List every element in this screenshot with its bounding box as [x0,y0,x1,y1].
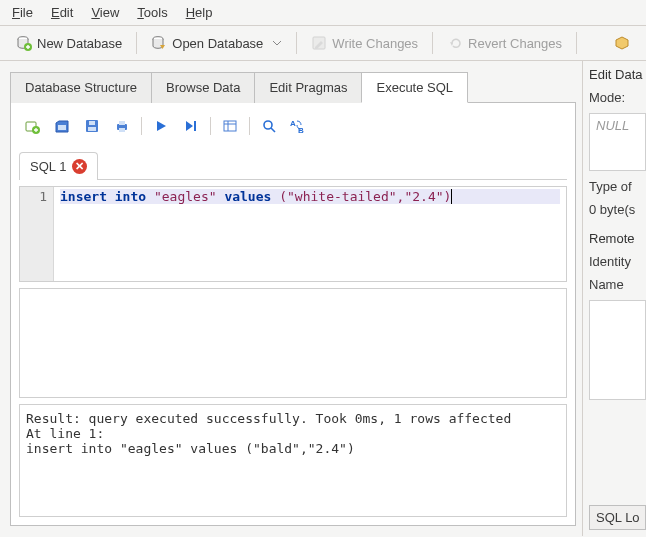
svg-rect-8 [88,127,96,131]
iconbar-separator [249,117,250,135]
svg-rect-13 [194,121,196,131]
size-label: 0 byte(s [589,202,646,217]
result-log[interactable]: Result: query executed successfully. Too… [19,404,567,517]
execute-all-button[interactable] [150,115,172,137]
type-label: Type of [589,179,646,194]
menu-view[interactable]: View [91,5,119,20]
svg-rect-11 [119,121,125,125]
close-tab-icon[interactable]: ✕ [72,159,87,174]
write-changes-icon [311,35,327,51]
cell-editor[interactable]: NULL [589,113,646,171]
tab-database-structure[interactable]: Database Structure [10,72,152,103]
execute-sql-panel: AB SQL 1 ✕ 1 insert into "eagles" values… [10,103,576,526]
open-sql-button[interactable] [51,115,73,137]
iconbar-separator [141,117,142,135]
cube-icon [614,35,630,51]
open-database-button[interactable]: Open Database [145,32,288,54]
toolbar-extra-button[interactable] [608,32,636,54]
new-database-button[interactable]: New Database [10,32,128,54]
sql-toolbar: AB [19,111,567,145]
toolbar-separator [296,32,297,54]
sql-tab-row: SQL 1 ✕ [19,151,567,180]
write-changes-button: Write Changes [305,32,424,54]
identity-list[interactable] [589,300,646,400]
dropdown-arrow-icon[interactable] [272,35,282,51]
left-pane: Database Structure Browse Data Edit Prag… [0,61,582,536]
sql-log-button[interactable]: SQL Lo [589,505,646,530]
results-grid[interactable] [19,288,567,398]
edit-cell-title: Edit Data [589,67,646,82]
print-button[interactable] [111,115,133,137]
menu-help[interactable]: Help [186,5,213,20]
new-tab-button[interactable] [21,115,43,137]
svg-point-15 [264,121,272,129]
name-label: Name [589,277,646,292]
menu-tools[interactable]: Tools [137,5,167,20]
open-database-label: Open Database [172,36,263,51]
editor-gutter: 1 [20,187,54,281]
toolbar-separator [136,32,137,54]
svg-rect-9 [89,121,95,125]
tab-execute-sql[interactable]: Execute SQL [361,72,468,103]
revert-changes-label: Revert Changes [468,36,562,51]
new-database-icon [16,35,32,51]
sql-editor[interactable]: 1 insert into "eagles" values ("white-ta… [19,186,567,282]
svg-text:A: A [290,119,296,128]
execute-line-button[interactable] [180,115,202,137]
open-database-icon [151,35,167,51]
revert-changes-button: Revert Changes [441,32,568,54]
write-changes-label: Write Changes [332,36,418,51]
menu-file[interactable]: Filedocument.currentScript.previousEleme… [12,5,33,20]
tab-edit-pragmas[interactable]: Edit Pragmas [254,72,362,103]
find-replace-button[interactable]: AB [288,115,310,137]
sql-tab-1[interactable]: SQL 1 ✕ [19,152,98,180]
remote-title: Remote [589,231,646,246]
main-tabs: Database Structure Browse Data Edit Prag… [10,71,576,103]
save-results-button[interactable] [219,115,241,137]
svg-rect-12 [119,128,125,132]
toolbar-separator [432,32,433,54]
toolbar-separator [576,32,577,54]
mode-label: Mode: [589,90,646,105]
new-database-label: New Database [37,36,122,51]
main-toolbar: New Database Open Database Write Changes… [0,26,646,61]
editor-code[interactable]: insert into "eagles" values ("white-tail… [54,187,566,281]
sql-tab-label: SQL 1 [30,159,66,174]
menu-edit[interactable]: Edit [51,5,73,20]
revert-changes-icon [447,35,463,51]
menubar: Filedocument.currentScript.previousEleme… [0,0,646,26]
identity-label: Identity [589,254,646,269]
find-button[interactable] [258,115,280,137]
svg-rect-6 [58,125,66,130]
svg-rect-14 [224,121,236,131]
svg-text:B: B [298,126,304,134]
save-sql-button[interactable] [81,115,103,137]
tab-browse-data[interactable]: Browse Data [151,72,255,103]
side-panel: Edit Data Mode: NULL Type of 0 byte(s Re… [582,61,646,536]
iconbar-separator [210,117,211,135]
